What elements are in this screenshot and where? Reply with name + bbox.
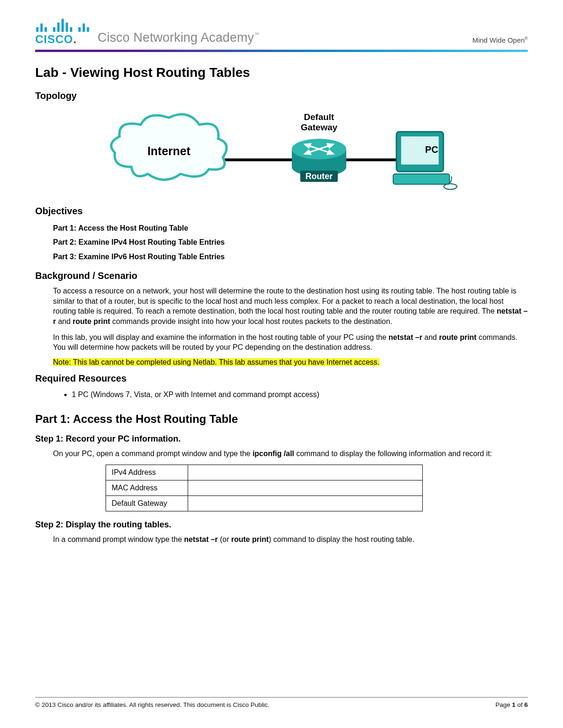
tagline: Mind Wide Open®	[472, 36, 528, 46]
step1-text: On your PC, open a command prompt window…	[35, 449, 528, 459]
row-value	[188, 495, 423, 511]
resources-list: 1 PC (Windows 7, Vista, or XP with Inter…	[35, 389, 528, 401]
router-label: Router	[305, 172, 333, 181]
page-footer: © 2013 Cisco and/or its affiliates. All …	[35, 697, 528, 708]
academy-title: Cisco Networking Academy™	[98, 30, 259, 46]
cisco-wordmark: CISCO.	[35, 33, 77, 46]
pc-info-table: IPv4 Address MAC Address Default Gateway	[106, 465, 423, 511]
cisco-logo: CISCO.	[35, 19, 89, 46]
resource-item: 1 PC (Windows 7, Vista, or XP with Inter…	[72, 389, 528, 401]
header-left: CISCO. Cisco Networking Academy™	[35, 19, 259, 46]
row-value	[188, 465, 423, 480]
internet-cloud-icon: Internet	[111, 114, 227, 180]
table-row: MAC Address	[106, 480, 423, 495]
step2-heading: Step 2: Display the routing tables.	[35, 520, 528, 530]
objective-item: Part 1: Access the Host Routing Table	[53, 221, 528, 235]
gateway-label-top: Default	[304, 112, 335, 122]
table-row: Default Gateway	[106, 495, 423, 511]
document-title: Lab - Viewing Host Routing Tables	[35, 65, 528, 80]
objective-item: Part 3: Examine IPv6 Host Routing Table …	[53, 250, 528, 264]
topology-diagram: Internet Default Gateway	[35, 106, 528, 197]
topology-heading: Topology	[35, 90, 528, 101]
background-p1: To access a resource on a network, your …	[35, 286, 528, 326]
step2-text: In a command prompt window type the nets…	[35, 534, 528, 545]
pc-label: PC	[425, 144, 438, 155]
row-value	[188, 480, 423, 495]
copyright-text: © 2013 Cisco and/or its affiliates. All …	[35, 701, 269, 708]
background-p2: In this lab, you will display and examin…	[35, 332, 528, 353]
objectives-list: Part 1: Access the Host Routing Table Pa…	[35, 221, 528, 264]
document-page: CISCO. Cisco Networking Academy™ Mind Wi…	[0, 0, 563, 728]
cisco-bars-icon	[35, 19, 89, 32]
table-row: IPv4 Address	[106, 465, 423, 480]
row-label: IPv4 Address	[106, 465, 188, 480]
gateway-label-bottom: Gateway	[301, 122, 338, 132]
note-label: Note	[53, 358, 69, 366]
gradient-divider	[35, 50, 528, 52]
step1-heading: Step 1: Record your PC information.	[35, 434, 528, 444]
topology-svg: Internet Default Gateway	[103, 106, 460, 197]
internet-label: Internet	[147, 144, 190, 158]
page-header: CISCO. Cisco Networking Academy™ Mind Wi…	[35, 19, 528, 50]
row-label: Default Gateway	[106, 495, 188, 511]
part1-heading: Part 1: Access the Host Routing Table	[35, 413, 528, 426]
svg-rect-12	[393, 174, 449, 184]
background-heading: Background / Scenario	[35, 270, 528, 281]
pc-icon: PC	[393, 132, 457, 189]
note-text: : This lab cannot be completed using Net…	[69, 358, 380, 366]
resources-heading: Required Resources	[35, 373, 528, 384]
objective-item: Part 2: Examine IPv4 Host Routing Table …	[53, 235, 528, 249]
router-icon: Router	[292, 139, 346, 182]
row-label: MAC Address	[106, 480, 188, 495]
objectives-heading: Objectives	[35, 206, 528, 217]
svg-point-13	[444, 184, 457, 189]
page-number: Page 1 of 6	[495, 701, 528, 708]
note-highlight: Note: This lab cannot be completed using…	[53, 358, 528, 367]
